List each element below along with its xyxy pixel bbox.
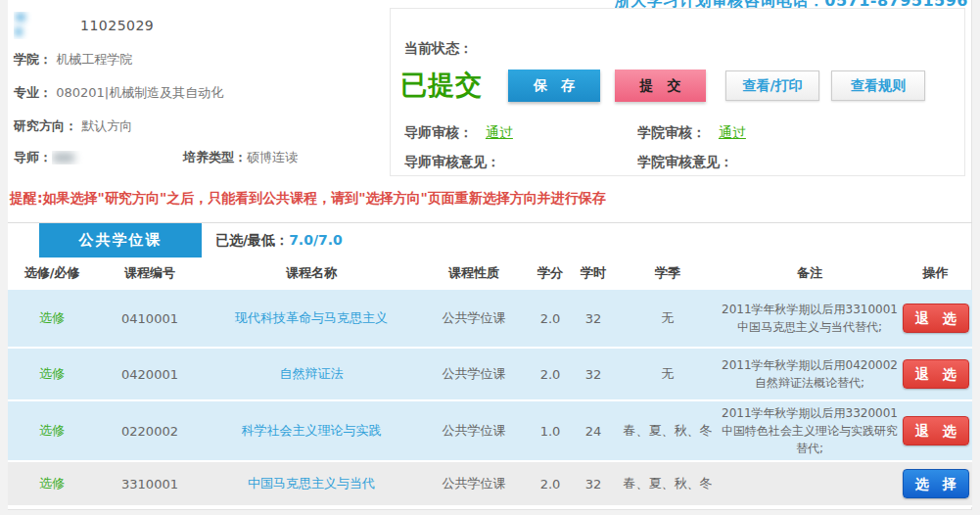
course-nature-cell: 公共学位课	[419, 422, 529, 440]
header-credit: 学分	[529, 264, 572, 282]
hours-cell: 32	[572, 311, 615, 326]
header-hours: 学时	[572, 264, 615, 282]
season-cell: 无	[615, 309, 721, 327]
credit-cell: 1.0	[529, 424, 572, 439]
table-header-row: 选修/必修 课程编号 课程名称 课程性质 学分 学时 学季 备注 操作	[8, 257, 972, 290]
header-name: 课程名称	[204, 264, 419, 282]
course-name-link[interactable]: 现代科技革命与马克思主义	[235, 310, 388, 325]
course-code-cell: 3310001	[96, 477, 204, 492]
table-row: 选修 0410001 现代科技革命与马克思主义 公共学位课 2.0 32 无 2…	[8, 290, 972, 349]
header-season: 学季	[615, 264, 721, 282]
select-course-button[interactable]: 选 择	[903, 469, 969, 498]
course-nature-cell: 公共学位课	[419, 309, 529, 327]
course-code-cell: 0420001	[96, 367, 204, 382]
college-value: 机械工程学院	[56, 52, 132, 67]
credit-cell: 2.0	[529, 367, 572, 382]
course-name-link[interactable]: 自然辩证法	[280, 366, 344, 381]
withdraw-button[interactable]: 退 选	[903, 359, 969, 389]
current-status-label: 当前状态：	[404, 40, 473, 58]
research-direction-row: 研究方向： 默认方向	[14, 117, 132, 135]
redacted-tutor-name	[52, 151, 109, 164]
page: 浙大学习计划审核咨询电话：0571-87951596 11025029 学院： …	[8, 0, 972, 510]
remark-cell: 2011学年秋学期以后用3310001中国马克思主义与当代替代;	[722, 303, 898, 334]
header-elective: 选修/必修	[8, 264, 96, 282]
remark-cell: 2011学年秋学期以后用3320001中国特色社会主义理论与实践研究替代;	[722, 406, 898, 455]
save-button[interactable]: 保 存	[508, 70, 600, 102]
selected-min-info: 已选/最低：7.0/7.0	[215, 223, 343, 258]
table-row: 选修 3310001 中国马克思主义与当代 公共学位课 2.0 32 春、夏、秋…	[8, 462, 972, 507]
withdraw-button[interactable]: 退 选	[903, 416, 969, 445]
hours-cell: 24	[572, 424, 615, 439]
table-row: 选修 0220002 科学社会主义理论与实践 公共学位课 1.0 24 春、夏、…	[8, 401, 972, 462]
training-type-label: 培养类型：	[183, 149, 247, 166]
season-cell: 无	[615, 365, 721, 383]
status-actions-row: 已提交 保 存 提 交 查看/打印 查看规则	[400, 68, 937, 103]
college-opinion-label: 学院审核意见：	[637, 154, 733, 171]
current-status-value: 已提交	[400, 68, 483, 103]
student-id: 11025029	[80, 18, 154, 33]
course-code-cell: 0410001	[96, 311, 204, 326]
hours-cell: 32	[572, 367, 615, 382]
header-action: 操作	[899, 264, 972, 282]
opinion-row: 导师审核意见： 学院审核意见：	[404, 154, 953, 171]
tutor-audit-label: 导师审核：	[404, 124, 473, 140]
tutor-row: 导师： 培养类型： 硕博连读	[14, 149, 384, 166]
course-tab-bar: 公共学位课 已选/最低：7.0/7.0	[8, 222, 972, 257]
selected-min-label: 已选/最低：	[215, 232, 289, 248]
season-cell: 春、夏、秋、冬	[615, 475, 721, 492]
selected-min-value: 7.0/7.0	[289, 232, 343, 248]
redacted-student-label	[14, 12, 67, 39]
reminder-text: 提醒:如果选择"研究方向"之后，只能看到公共课程，请到"选择方向"页面重新选择方…	[10, 190, 606, 208]
withdraw-button[interactable]: 退 选	[903, 304, 969, 333]
student-id-row: 11025029	[14, 12, 154, 39]
course-name-link[interactable]: 科学社会主义理论与实践	[242, 423, 382, 438]
course-nature-cell: 公共学位课	[419, 475, 529, 492]
college-label: 学院：	[14, 52, 52, 67]
tab-public-degree-course[interactable]: 公共学位课	[39, 223, 202, 258]
training-type-value: 硕博连读	[247, 149, 298, 166]
research-direction-value: 默认方向	[81, 118, 132, 133]
college-audit-label: 学院审核：	[637, 124, 706, 140]
tutor-label: 导师：	[14, 149, 52, 166]
header-nature: 课程性质	[419, 264, 529, 282]
header-code: 课程编号	[96, 264, 204, 282]
view-print-button[interactable]: 查看/打印	[725, 70, 819, 101]
status-panel: 当前状态： 已提交 保 存 提 交 查看/打印 查看规则 导师审核： 通过 学院…	[390, 8, 965, 176]
course-name-link[interactable]: 中国马克思主义与当代	[248, 476, 375, 491]
tutor-audit-link[interactable]: 通过	[486, 124, 513, 140]
major-label: 专业：	[14, 85, 52, 100]
hours-cell: 32	[572, 477, 615, 492]
research-direction-label: 研究方向：	[14, 118, 77, 133]
major-row: 专业： 080201|机械制造及其自动化	[14, 84, 223, 102]
elective-type-cell: 选修	[8, 309, 96, 327]
remark-cell: 2011学年秋学期以后用0420002自然辩证法概论替代;	[722, 358, 898, 390]
table-row: 选修 0420001 自然辩证法 公共学位课 2.0 32 无 2011学年秋学…	[8, 349, 972, 401]
season-cell: 春、夏、秋、冬	[615, 422, 721, 440]
course-code-cell: 0220002	[96, 424, 204, 439]
audit-row: 导师审核： 通过 学院审核： 通过	[404, 124, 953, 142]
view-rules-button[interactable]: 查看规则	[831, 70, 925, 101]
college-audit-link[interactable]: 通过	[719, 124, 746, 140]
tutor-opinion-label: 导师审核意见：	[404, 154, 637, 171]
elective-type-cell: 选修	[8, 422, 96, 440]
college-row: 学院： 机械工程学院	[14, 51, 132, 69]
course-nature-cell: 公共学位课	[419, 365, 529, 383]
elective-type-cell: 选修	[8, 475, 96, 492]
credit-cell: 2.0	[529, 311, 572, 326]
header-remark: 备注	[721, 264, 899, 282]
elective-type-cell: 选修	[8, 365, 96, 383]
major-value: 080201|机械制造及其自动化	[56, 85, 223, 100]
submit-button[interactable]: 提 交	[615, 70, 706, 102]
course-table: 选修/必修 课程编号 课程名称 课程性质 学分 学时 学季 备注 操作 选修 0…	[8, 257, 972, 507]
credit-cell: 2.0	[529, 477, 572, 492]
